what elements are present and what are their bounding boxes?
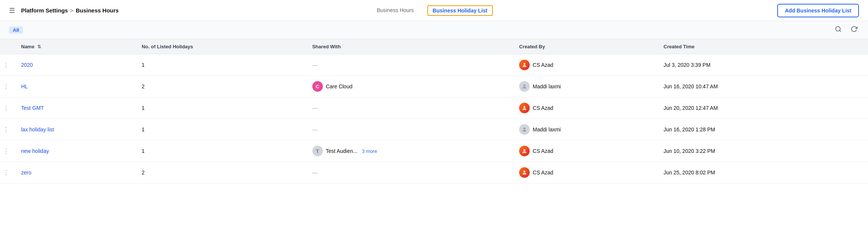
- tab-business-hours[interactable]: Business Hours: [375, 1, 415, 20]
- created-by-name: CS Azad: [533, 170, 553, 176]
- svg-point-5: [523, 128, 525, 129]
- table-header-row: Name ⇅ No. of Listed Holidays Shared Wit…: [0, 39, 868, 54]
- table-row: ⋮HL2 C Care Cloud Maddi laxmi Jun 16, 20…: [0, 76, 868, 97]
- shared-avatar: T: [312, 146, 323, 156]
- row-name[interactable]: zero: [15, 162, 136, 183]
- col-created-by: Created By: [513, 39, 657, 54]
- row-actions: [836, 162, 868, 183]
- menu-icon[interactable]: ☰: [9, 6, 15, 15]
- col-holidays: No. of Listed Holidays: [136, 39, 306, 54]
- created-by-wrap: CS Azad: [519, 103, 651, 113]
- row-created-time: Jun 20, 2020 12:47 AM: [657, 97, 836, 119]
- row-drag-handle[interactable]: ⋮: [0, 76, 15, 97]
- svg-line-1: [839, 30, 840, 31]
- cs-avatar-icon: [521, 105, 527, 111]
- shared-more-link[interactable]: 3 more: [362, 148, 377, 154]
- col-shared-with: Shared With: [306, 39, 513, 54]
- drag-icon: ⋮: [3, 105, 9, 111]
- shared-with-wrap: C Care Cloud: [312, 81, 507, 92]
- ml-avatar-icon: [521, 126, 527, 133]
- row-name[interactable]: HL: [15, 76, 136, 97]
- row-shared-with: T Test Audien...3 more: [306, 140, 513, 162]
- tab-business-holiday-list[interactable]: Business Holiday List: [427, 5, 492, 16]
- col-drag: [0, 39, 15, 54]
- cs-avatar-icon: [521, 170, 527, 176]
- search-button[interactable]: [833, 24, 843, 36]
- row-created-time: Jun 16, 2020 1:28 PM: [657, 119, 836, 140]
- row-drag-handle[interactable]: ⋮: [0, 140, 15, 162]
- drag-icon: ⋮: [3, 148, 9, 154]
- ml-avatar-icon: [521, 83, 527, 89]
- row-actions: [836, 119, 868, 140]
- created-by-name: CS Azad: [533, 148, 553, 154]
- row-created-time: Jun 10, 2020 3:22 PM: [657, 140, 836, 162]
- created-by-name: CS Azad: [533, 62, 553, 68]
- row-name[interactable]: 2020: [15, 54, 136, 76]
- created-by-avatar: [519, 60, 530, 70]
- row-name[interactable]: Test GMT: [15, 97, 136, 119]
- svg-point-7: [523, 171, 525, 173]
- add-business-holiday-list-button[interactable]: Add Business Holiday List: [777, 4, 859, 17]
- col-created-time: Created Time: [657, 39, 836, 54]
- row-actions: [836, 54, 868, 76]
- row-actions: [836, 140, 868, 162]
- row-drag-handle[interactable]: ⋮: [0, 97, 15, 119]
- row-created-time: Jul 3, 2020 3:39 PM: [657, 54, 836, 76]
- row-created-time: Jun 16, 2020 10:47 AM: [657, 76, 836, 97]
- row-drag-handle[interactable]: ⋮: [0, 54, 15, 76]
- row-created-by: CS Azad: [513, 162, 657, 183]
- drag-icon: ⋮: [3, 170, 9, 176]
- row-holidays-count: 1: [136, 119, 306, 140]
- row-holidays-count: 2: [136, 76, 306, 97]
- nav-tabs: Business Hours Business Holiday List: [375, 1, 493, 20]
- shared-dash: —: [312, 126, 318, 133]
- row-created-by: Maddi laxmi: [513, 76, 657, 97]
- shared-with-wrap: T Test Audien...3 more: [312, 146, 507, 156]
- row-holidays-count: 2: [136, 162, 306, 183]
- created-by-avatar: [519, 146, 530, 156]
- table-row: ⋮Test GMT1— CS Azad Jun 20, 2020 12:47 A…: [0, 97, 868, 119]
- row-created-by: CS Azad: [513, 97, 657, 119]
- created-by-name: CS Azad: [533, 105, 553, 111]
- row-name[interactable]: new holiday: [15, 140, 136, 162]
- drag-icon: ⋮: [3, 62, 9, 68]
- breadcrumb-separator: >: [70, 7, 73, 14]
- shared-with-name: Care Cloud: [326, 83, 353, 89]
- row-created-by: Maddi laxmi: [513, 119, 657, 140]
- created-by-wrap: CS Azad: [519, 146, 651, 156]
- row-holidays-count: 1: [136, 97, 306, 119]
- shared-dash: —: [312, 62, 318, 68]
- col-actions: [836, 39, 868, 54]
- table-row: ⋮lax holiday list1— Maddi laxmi Jun 16, …: [0, 119, 868, 140]
- header-actions: Add Business Holiday List: [777, 4, 859, 17]
- row-drag-handle[interactable]: ⋮: [0, 119, 15, 140]
- svg-point-6: [523, 149, 525, 151]
- row-shared-with: —: [306, 162, 513, 183]
- row-shared-with: C Care Cloud: [306, 76, 513, 97]
- row-created-by: CS Azad: [513, 140, 657, 162]
- svg-point-3: [523, 85, 525, 86]
- filter-all-badge[interactable]: All: [9, 26, 23, 34]
- refresh-button[interactable]: [849, 24, 859, 36]
- cs-avatar-icon: [521, 62, 527, 68]
- drag-icon: ⋮: [3, 126, 9, 133]
- created-by-avatar: [519, 167, 530, 178]
- row-drag-handle[interactable]: ⋮: [0, 162, 15, 183]
- breadcrumb: Platform Settings > Business Hours: [21, 7, 119, 14]
- breadcrumb-current: Business Hours: [76, 7, 119, 14]
- table-row: ⋮zero2— CS Azad Jun 25, 2020 8:02 PM: [0, 162, 868, 183]
- created-by-avatar: [519, 124, 530, 135]
- col-name[interactable]: Name ⇅: [15, 39, 136, 54]
- breadcrumb-parent: Platform Settings: [21, 7, 68, 14]
- col-name-label: Name: [21, 44, 34, 49]
- row-shared-with: —: [306, 119, 513, 140]
- search-icon: [835, 26, 842, 32]
- created-by-name: Maddi laxmi: [533, 126, 561, 133]
- row-actions: [836, 76, 868, 97]
- created-by-wrap: CS Azad: [519, 60, 651, 70]
- created-by-wrap: CS Azad: [519, 167, 651, 178]
- row-name[interactable]: lax holiday list: [15, 119, 136, 140]
- table-wrapper: Name ⇅ No. of Listed Holidays Shared Wit…: [0, 39, 868, 183]
- created-by-avatar: [519, 103, 530, 113]
- drag-icon: ⋮: [3, 83, 9, 90]
